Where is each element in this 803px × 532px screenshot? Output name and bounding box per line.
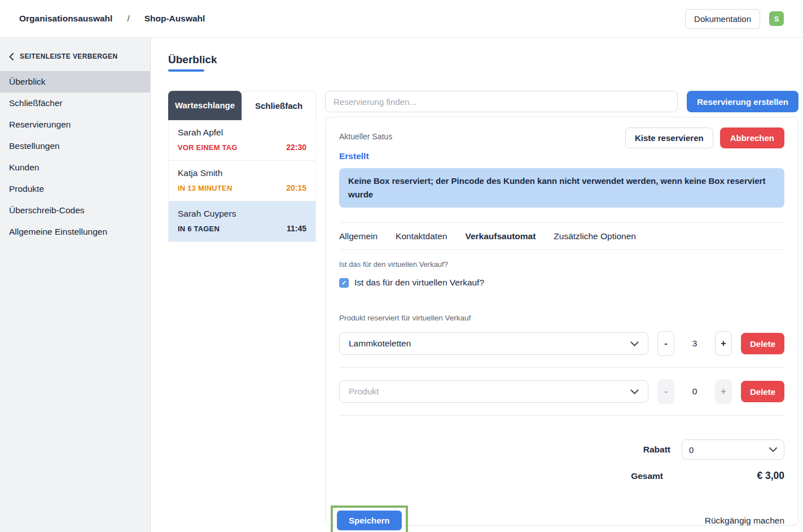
reservation-card: Aktueller Satus Kiste reservieren Abbrec… <box>325 117 798 526</box>
sidebar-item-reservierungen[interactable]: Reservierungen <box>0 114 150 135</box>
row-divider <box>339 367 784 368</box>
reservation-search-input[interactable] <box>325 91 678 112</box>
sidebar-item-bestellungen[interactable]: Bestellungen <box>0 135 150 157</box>
discount-select[interactable]: 0 <box>682 439 784 460</box>
queue-panel: Warteschlange Schließfach Sarah Apfel VO… <box>168 91 316 242</box>
tab-allgemein[interactable]: Allgemein <box>339 231 378 241</box>
queue-entry-name: Sarah Cuypers <box>178 209 306 219</box>
chevron-down-icon <box>630 389 639 394</box>
total-value: € 3,00 <box>663 470 784 482</box>
collapse-sidebar-button[interactable]: SEITENLEISTE VERBERGEN <box>0 38 150 71</box>
top-bar: Organisationsauswahl / Shop-Auswahl Doku… <box>0 0 803 38</box>
detail-tabs: Allgemein Kontaktdaten Verkaufsautomat Z… <box>339 222 784 250</box>
current-status-label: Aktueller Satus <box>339 127 392 141</box>
create-reservation-button[interactable]: Reservierung erstellen <box>687 91 798 112</box>
quantity-decrease-button[interactable]: - <box>657 331 674 356</box>
queue-entry-name: Sarah Apfel <box>178 127 306 138</box>
reservation-panel: Reservierung erstellen Aktueller Satus K… <box>325 91 798 526</box>
virtual-sale-checkbox[interactable] <box>339 278 349 288</box>
reserve-box-button[interactable]: Kiste reservieren <box>625 127 713 148</box>
virtual-sale-checkbox-label: Ist das für den virtuellen Verkauf? <box>354 278 484 288</box>
discount-label: Rabatt <box>643 445 670 455</box>
info-message: Keine Box reserviert; der Pincode des Ku… <box>339 168 784 208</box>
quantity-value: 3 <box>674 338 715 349</box>
user-avatar[interactable]: S <box>769 11 784 26</box>
queue-entry-time: 11:45 <box>287 224 306 233</box>
queue-entry-due: VOR EINEM TAG <box>178 143 238 152</box>
total-label: Gesamt <box>631 471 663 481</box>
queue-entry-sarah-apfel[interactable]: Sarah Apfel VOR EINEM TAG 22:30 <box>169 120 315 161</box>
quantity-stepper: - 3 + <box>657 331 732 356</box>
queue-list: Sarah Apfel VOR EINEM TAG 22:30 Katja Sm… <box>168 120 316 242</box>
quantity-stepper: - 0 + <box>657 379 732 404</box>
product-select-value: Lammkoteletten <box>349 338 411 349</box>
chevron-left-icon <box>9 53 14 60</box>
virtual-sale-group-label: Ist das für den virtuellen Verkauf? <box>339 260 784 269</box>
queue-entry-time: 22:30 <box>286 143 306 152</box>
tab-warteschlange[interactable]: Warteschlange <box>168 91 242 120</box>
queue-entry-sarah-cuypers[interactable]: Sarah Cuypers IN 6 TAGEN 11:45 <box>169 201 315 241</box>
discount-value: 0 <box>689 445 694 455</box>
quantity-increase-button[interactable]: + <box>715 379 732 404</box>
tab-kontaktdaten[interactable]: Kontaktdaten <box>396 231 447 241</box>
undo-button[interactable]: Rückgängig machen <box>705 516 784 526</box>
product-row: Produkt - 0 + Delete <box>339 379 784 404</box>
tab-zusaetzliche-optionen[interactable]: Zusätzliche Optionen <box>554 231 636 241</box>
product-row: Lammkoteletten - 3 + Delete <box>339 331 784 356</box>
sidebar-item-kunden[interactable]: Kunden <box>0 157 150 178</box>
save-button[interactable]: Speichern <box>337 511 402 530</box>
title-underline <box>168 69 204 72</box>
queue-tabs: Warteschlange Schließfach <box>168 91 316 120</box>
sidebar-nav: Überblick Schließfächer Reservierungen B… <box>0 71 150 243</box>
delete-product-button[interactable]: Delete <box>741 381 784 402</box>
quantity-value: 0 <box>674 386 715 397</box>
product-select[interactable]: Produkt <box>339 380 648 403</box>
breadcrumb-organisationsauswahl[interactable]: Organisationsauswahl <box>19 14 112 24</box>
sidebar-item-ueberblick[interactable]: Überblick <box>0 71 150 93</box>
queue-entry-due: IN 13 MINUTEN <box>178 184 232 192</box>
breadcrumb-shop-auswahl[interactable]: Shop-Auswahl <box>144 14 205 24</box>
status-value-link[interactable]: Erstellt <box>339 151 784 161</box>
quantity-decrease-button[interactable]: - <box>657 379 674 404</box>
topbar-actions: Dokumentation S <box>685 9 784 29</box>
queue-entry-time: 20:15 <box>286 183 306 192</box>
collapse-sidebar-label: SEITENLEISTE VERBERGEN <box>20 52 118 60</box>
product-select[interactable]: Lammkoteletten <box>339 332 648 355</box>
tab-verkaufsautomat[interactable]: Verkaufsautomat <box>465 231 536 241</box>
documentation-button[interactable]: Dokumentation <box>685 9 760 29</box>
breadcrumb-separator: / <box>127 14 129 24</box>
queue-entry-name: Katja Smith <box>178 168 306 178</box>
queue-entry-katja-smith[interactable]: Katja Smith IN 13 MINUTEN 20:15 <box>169 161 315 201</box>
sidebar-item-allgemeine-einstellungen[interactable]: Allgemeine Einstellungen <box>0 221 150 243</box>
sidebar-item-produkte[interactable]: Produkte <box>0 178 150 200</box>
chevron-down-icon <box>630 341 639 346</box>
sidebar-item-ueberschreib-codes[interactable]: Überschreib-Codes <box>0 200 150 221</box>
sidebar-item-schliessfaecher[interactable]: Schließfächer <box>0 93 150 114</box>
row-divider <box>339 415 784 416</box>
breadcrumb: Organisationsauswahl / Shop-Auswahl <box>19 14 205 24</box>
page-title: Überblick <box>168 54 798 66</box>
cancel-button[interactable]: Abbrechen <box>720 127 784 148</box>
quantity-increase-button[interactable]: + <box>715 331 732 356</box>
sidebar: SEITENLEISTE VERBERGEN Überblick Schließ… <box>0 38 151 532</box>
products-section-label: Produkt reserviert für virtuellen Verkau… <box>339 314 784 322</box>
delete-product-button[interactable]: Delete <box>741 333 784 354</box>
chevron-down-icon <box>769 447 777 452</box>
queue-entry-due: IN 6 TAGEN <box>178 225 220 233</box>
save-button-highlight: Speichern <box>331 505 408 532</box>
tab-schliessfach[interactable]: Schließfach <box>242 91 316 120</box>
product-select-placeholder: Produkt <box>349 386 379 397</box>
main-content: Überblick Warteschlange Schließfach Sara… <box>151 38 803 532</box>
